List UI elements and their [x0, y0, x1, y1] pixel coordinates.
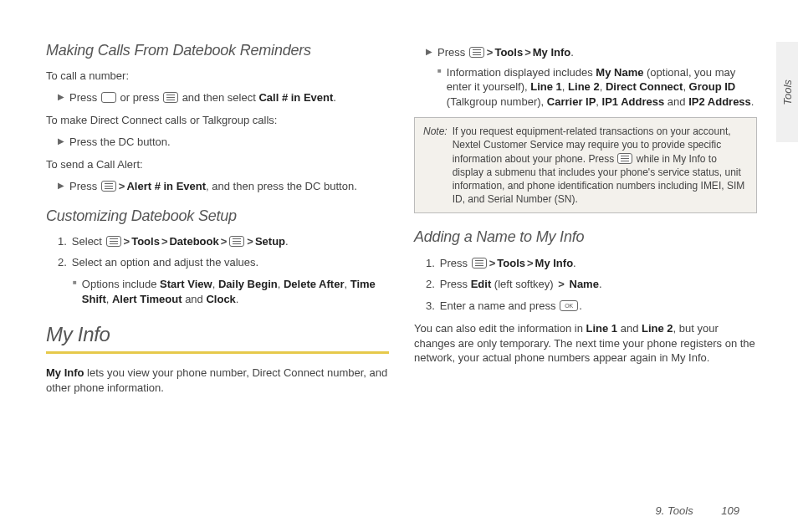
- triangle-icon: ▶: [58, 135, 64, 150]
- triangle-icon: ▶: [426, 45, 432, 60]
- heading-making-calls: Making Calls From Datebook Reminders: [46, 40, 389, 60]
- softkey-icon: [101, 92, 116, 103]
- bullet-press-myinfo: ▶ Press >Tools>My Info.: [414, 45, 757, 60]
- triangle-icon: ▶: [58, 179, 64, 194]
- edit-line-info: You can also edit the information in Lin…: [414, 321, 757, 366]
- menu-key-icon: [617, 153, 632, 164]
- intro-call-alert: To send a Call Alert:: [46, 157, 389, 172]
- step-3-enter-name: 3. Enter a name and press OK.: [414, 299, 757, 314]
- my-info-description: My Info lets you view your phone number,…: [46, 366, 389, 395]
- step-1-press-myinfo: 1. Press >Tools>My Info.: [414, 256, 757, 271]
- ok-key-icon: OK: [560, 300, 578, 311]
- left-column: Making Calls From Datebook Reminders To …: [46, 40, 389, 402]
- menu-key-icon: [472, 258, 487, 269]
- note-box: Note: If you request equipment-related t…: [414, 117, 757, 213]
- step-1-select-setup: 1. Select >Tools>Datebook>>Setup.: [46, 234, 389, 249]
- menu-key-icon: [106, 236, 121, 247]
- footer-chapter: 9. Tools: [656, 504, 693, 517]
- triangle-icon: ▶: [58, 90, 64, 105]
- bullet-dc-button: ▶ Press the DC button.: [46, 135, 389, 150]
- intro-call-number: To call a number:: [46, 69, 389, 84]
- bullet-call-alert: ▶ Press >Alert # in Event, and then pres…: [46, 179, 389, 194]
- menu-key-icon: [229, 236, 244, 247]
- heading-my-info: My Info: [46, 321, 389, 348]
- menu-key-icon: [163, 92, 178, 103]
- heading-adding-name: Adding a Name to My Info: [414, 227, 757, 247]
- bullet-call-number: ▶ Press or press and then select Call # …: [46, 90, 389, 105]
- intro-direct-connect: To make Direct Connect calls or Talkgrou…: [46, 113, 389, 128]
- step-2-press-edit: 2. Press Edit (left softkey) > Name.: [414, 277, 757, 292]
- right-column: ▶ Press >Tools>My Info. ■ Information di…: [414, 40, 757, 402]
- heading-customizing-datebook: Customizing Datebook Setup: [46, 206, 389, 226]
- heading-underline: [46, 351, 389, 354]
- sub-info-displayed: ■ Information displayed includes My Name…: [437, 65, 757, 110]
- note-label: Note:: [423, 125, 448, 206]
- page-content: Making Calls From Datebook Reminders To …: [0, 0, 798, 419]
- menu-key-icon: [469, 47, 484, 58]
- square-icon: ■: [73, 277, 77, 306]
- step-2-select-option: 2. Select an option and adjust the value…: [46, 255, 389, 270]
- note-text: If you request equipment-related transac…: [453, 125, 748, 206]
- footer-page-number: 109: [721, 504, 739, 517]
- side-tab-label: Tools: [781, 79, 794, 105]
- page-footer: 9. Tools 109: [656, 504, 739, 517]
- square-icon: ■: [437, 65, 442, 110]
- side-tab: Tools: [776, 42, 798, 142]
- sub-options-list: ■ Options include Start View, Daily Begi…: [73, 277, 389, 306]
- menu-key-icon: [101, 181, 116, 192]
